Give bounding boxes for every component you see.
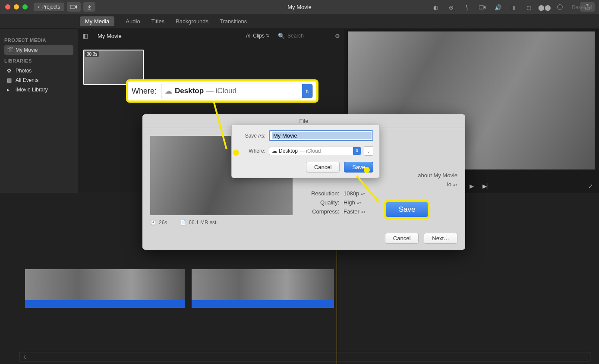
sidebar-item-photos[interactable]: ✿ Photos — [4, 66, 73, 75]
minimize-window-button[interactable] — [14, 4, 19, 9]
sidebar-item-all-events[interactable]: ▥ All Events — [4, 75, 73, 85]
export-next-button[interactable]: Next… — [424, 233, 457, 244]
stepper-icon: ▴▾ — [361, 192, 365, 195]
tab-audio[interactable]: Audio — [126, 18, 140, 25]
resolution-text: 1080p — [344, 190, 359, 197]
color-balance-icon[interactable]: ◐ — [432, 3, 440, 11]
browser-toolbar: ◧ My Movie All Clips ⇅ 🔍 ⚙ — [78, 29, 344, 43]
callout-save-label: Save — [399, 205, 416, 214]
sidebar-item-label: iMovie Library — [16, 87, 48, 93]
tab-my-media[interactable]: My Media — [80, 16, 114, 26]
clip-duration-badge: 30.3s — [85, 51, 99, 57]
export-duration-value: 26s — [159, 220, 167, 226]
timeline-clip[interactable] — [25, 269, 185, 308]
export-size: 📄 66.1 MB est. — [180, 220, 218, 226]
callout-anchor-dot — [233, 150, 239, 156]
tab-backgrounds[interactable]: Backgrounds — [176, 18, 208, 25]
reset-all-button[interactable]: Reset All — [572, 4, 592, 10]
fullscreen-icon[interactable]: ⤢ — [588, 183, 593, 189]
quality-row: Quality: High▴▾ — [301, 199, 457, 206]
format-row: Format: Video and Audioio▴▾ — [301, 181, 457, 188]
color-correction-icon[interactable]: ⊛ — [448, 3, 455, 11]
save-as-label: Save As: — [238, 133, 265, 139]
callout-where-suffix: — iCloud — [206, 87, 236, 95]
compress-text: Faster — [344, 208, 359, 215]
library-tabs: My Media Audio Titles Backgrounds Transi… — [0, 14, 599, 29]
sidebar: PROJECT MEDIA 🎬 My Movie LIBRARIES ✿ Pho… — [0, 29, 78, 193]
gear-icon[interactable]: ⚙ — [335, 33, 340, 39]
events-icon: ▥ — [7, 77, 13, 83]
callout-where-folder: Desktop — [175, 87, 204, 95]
svg-rect-1 — [479, 6, 484, 9]
clock-icon: 🕘 — [150, 220, 157, 226]
clip-filter-icon[interactable]: ⬤⬤ — [541, 3, 549, 11]
callout-save: Save — [384, 200, 430, 219]
clip-filter-dropdown[interactable]: All Clips ⇅ — [246, 33, 269, 39]
tab-titles[interactable]: Titles — [151, 18, 165, 25]
search-field[interactable]: 🔍 — [278, 32, 327, 39]
sidebar-item-label: All Events — [16, 77, 38, 83]
libraries-heading: LIBRARIES — [4, 58, 73, 63]
next-icon[interactable]: ▶▏ — [482, 183, 491, 189]
music-track[interactable]: ♫ — [19, 352, 590, 361]
projects-back-label: Projects — [41, 4, 60, 10]
import-media-button[interactable] — [67, 2, 81, 12]
expand-save-dialog-button[interactable]: ⌄ — [364, 146, 373, 156]
chevron-left-icon: ‹ — [38, 4, 40, 10]
stepper-icon: ▴▾ — [357, 201, 361, 204]
resolution-value[interactable]: 1080p▴▾ — [344, 190, 365, 197]
export-duration: 🕘 26s — [150, 220, 167, 226]
timeline-clip[interactable] — [192, 269, 334, 308]
project-name: My Movie — [98, 33, 122, 39]
volume-icon[interactable]: 🔊 — [494, 3, 502, 11]
search-input[interactable] — [287, 32, 327, 39]
enhance-icon[interactable]: ✦ — [296, 3, 304, 11]
zoom-window-button[interactable] — [22, 4, 28, 9]
export-cancel-button[interactable]: Cancel — [385, 233, 419, 244]
where-folder: Desktop — [279, 148, 298, 154]
clip-audio-track[interactable] — [25, 300, 185, 308]
tab-transitions[interactable]: Transitions — [220, 18, 247, 25]
project-media-heading: PROJECT MEDIA — [4, 38, 73, 43]
where-label: Where: — [238, 148, 265, 154]
info-icon[interactable]: ⓘ — [556, 3, 564, 11]
stepper-icon: ▴▾ — [453, 183, 457, 185]
compress-value[interactable]: Faster▴▾ — [344, 208, 366, 215]
window-controls — [0, 4, 28, 9]
where-dropdown[interactable]: ☁︎ Desktop — iCloud ⇅ — [269, 147, 361, 155]
resolution-row: Resolution: 1080p▴▾ — [301, 190, 457, 197]
compress-label: Compress: — [301, 208, 339, 215]
sheet-cancel-button[interactable]: Cancel — [306, 162, 340, 173]
export-description: about My Movie — [418, 172, 457, 179]
callout-where: Where: ☁︎ Desktop — iCloud ⇅ — [126, 79, 318, 103]
callout-where-label: Where: — [132, 87, 157, 96]
sidebar-item-my-movie[interactable]: 🎬 My Movie — [4, 45, 73, 55]
sidebar-item-label: My Movie — [16, 47, 38, 53]
clapperboard-icon: 🎬 — [7, 47, 13, 53]
updown-icon: ⇅ — [353, 147, 361, 155]
updown-icon: ⇅ — [266, 34, 269, 38]
noise-reduction-icon[interactable]: ⫼ — [510, 3, 517, 11]
play-icon[interactable]: ▶ — [470, 183, 474, 189]
music-icon: ♫ — [23, 354, 27, 360]
stabilization-icon[interactable] — [479, 3, 486, 11]
file-icon: 📄 — [180, 220, 186, 226]
sidebar-item-label: Photos — [16, 68, 32, 74]
save-as-row: Save As: — [238, 130, 373, 141]
projects-back-button[interactable]: ‹ Projects — [34, 3, 64, 11]
save-as-input[interactable] — [272, 132, 372, 139]
where-field-wrapper: ☁︎ Desktop — iCloud ⇅ ⌄ — [269, 146, 373, 156]
download-button[interactable] — [83, 2, 95, 12]
sidebar-toggle-icon[interactable]: ◧ — [82, 32, 88, 39]
close-window-button[interactable] — [5, 4, 10, 9]
export-buttons: Cancel Next… — [385, 233, 457, 244]
compress-row: Compress: Faster▴▾ — [301, 208, 457, 215]
chevron-right-icon: ▸ — [7, 87, 13, 93]
quality-value[interactable]: High▴▾ — [344, 199, 361, 206]
format-value[interactable]: Video and Audioio▴▾ — [404, 181, 457, 188]
sidebar-item-imovie-library[interactable]: ▸ iMovie Library — [4, 85, 73, 94]
speed-icon[interactable]: ◷ — [525, 3, 533, 11]
stepper-icon: ▴▾ — [361, 210, 366, 213]
clip-audio-track[interactable] — [192, 300, 334, 308]
crop-icon[interactable]: ⟆ — [463, 3, 471, 11]
